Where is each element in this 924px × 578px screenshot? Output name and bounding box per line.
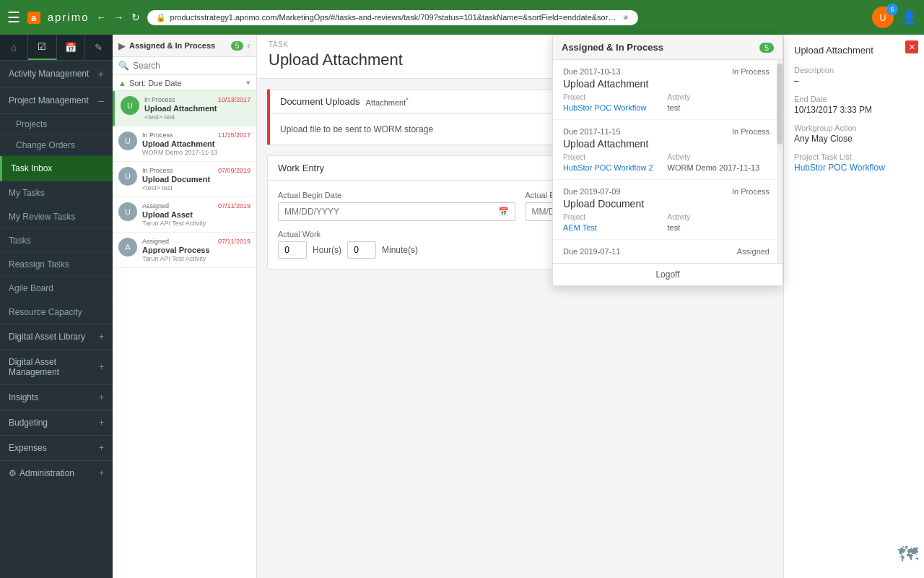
field-label: Description — [794, 66, 914, 74]
sidebar-item-tasks[interactable]: Tasks — [0, 229, 113, 253]
field-value: 10/13/2017 3:33 PM — [794, 105, 914, 115]
search-input[interactable] — [133, 61, 250, 71]
url-bar[interactable]: 🔒 productsstrategy1.aprimo.com/Marketing… — [147, 10, 638, 25]
sidebar-item-reassign-tasks[interactable]: Reassign Tasks — [0, 253, 113, 277]
calendar-icon[interactable]: 📅 — [498, 207, 509, 217]
task-item[interactable]: U In Process 07/09/2019 Upload Document … — [113, 162, 256, 197]
dropdown-badge: 5 — [759, 43, 774, 53]
gear-icon: ⚙ — [9, 468, 17, 478]
sidebar-sub-projects[interactable]: Projects — [0, 114, 113, 135]
star-icon[interactable]: ★ — [622, 13, 629, 22]
task-item[interactable]: A Assigned 07/11/2019 Approval Process T… — [113, 233, 256, 268]
chevron-right-icon[interactable]: ▶ — [118, 40, 126, 51]
plus-icon-activity: + — [98, 68, 104, 79]
sidebar-item-digital-asset-library[interactable]: Digital Asset Library + — [0, 324, 113, 350]
sidebar-nav-home[interactable]: ⌂ — [0, 35, 28, 60]
dropdown-overlay: Assigned & In Process 5 Due 2017-10-13 I… — [552, 35, 783, 286]
sidebar-nav-calendar[interactable]: 📅 — [57, 35, 85, 60]
dropdown-item[interactable]: Due 2017-10-13 In Process Upload Attachm… — [553, 60, 783, 120]
task-status: In Process — [144, 96, 175, 103]
field-link[interactable]: HubStor POC Workflow — [794, 163, 914, 173]
hours-input[interactable] — [278, 241, 307, 259]
sidebar-item-activity-management[interactable]: Activity Management + — [0, 61, 113, 87]
sidebar-item-resource-capacity[interactable]: Resource Capacity — [0, 301, 113, 324]
dropdown-due: Due 2017-10-13 — [563, 67, 621, 76]
task-sub: Tarun API Test Activity — [142, 220, 250, 227]
task-status: In Process — [142, 167, 173, 174]
sidebar-item-insights[interactable]: Insights + — [0, 385, 113, 410]
dropdown-item-name: Upload Attachment — [563, 78, 770, 90]
sidebar-item-digital-asset-management[interactable]: Digital Asset Management + — [0, 350, 113, 385]
dropdown-item[interactable]: Due 2017-11-15 In Process Upload Attachm… — [553, 120, 783, 180]
sidebar-item-task-inbox[interactable]: Task Inbox — [0, 156, 113, 181]
dropdown-header: Assigned & In Process 5 — [553, 35, 783, 60]
field-label: End Date — [794, 95, 914, 103]
close-button[interactable]: ✕ — [905, 40, 918, 53]
sidebar-nav-tasks[interactable]: ☑ — [28, 35, 56, 60]
sidebar-item-my-tasks[interactable]: My Tasks — [0, 181, 113, 205]
sidebar-item-expenses[interactable]: Expenses + — [0, 436, 113, 461]
minus-icon-project: – — [98, 95, 104, 106]
topbar: ☰ a aprimo ← → ↻ 🔒 productsstrategy1.apr… — [0, 0, 924, 35]
task-list-items: U In Process 10/13/2017 Upload Attachmen… — [113, 91, 256, 578]
dropdown-due: Due 2017-11-15 — [563, 127, 621, 136]
minutes-input[interactable] — [347, 241, 376, 259]
sidebar: ⌂ ☑ 📅 ✎ Activity Management + Project Ma… — [0, 35, 113, 578]
dropdown-due: Due 2019-07-11 — [563, 247, 621, 256]
sidebar-item-project-management[interactable]: Project Management – — [0, 87, 113, 114]
project-value-0[interactable]: HubStor POC Workflow — [563, 103, 666, 112]
dropdown-status: In Process — [732, 187, 770, 196]
browser-reload[interactable]: ↻ — [131, 12, 140, 23]
menu-icon[interactable]: ☰ — [7, 9, 20, 26]
task-list-sort[interactable]: ▲ Sort: Due Date ▾ — [113, 75, 256, 91]
hours-label: Hour(s) — [313, 245, 341, 255]
sidebar-nav-edit[interactable]: ✎ — [85, 35, 113, 60]
dropdown-footer[interactable]: Logoff — [553, 263, 783, 285]
field-label: Project Task List — [794, 152, 914, 161]
sort-label: Sort: Due Date — [129, 79, 182, 87]
sidebar-sub-change-orders[interactable]: Change Orders — [0, 135, 113, 156]
doc-uploads-title: Document Uploads — [280, 96, 360, 107]
task-date: 07/09/2019 — [218, 167, 250, 174]
browser-forward[interactable]: → — [114, 12, 124, 23]
task-list-title: Assigned & In Process — [129, 41, 227, 50]
field-value: Any May Close — [794, 134, 914, 144]
topbar-user-icon[interactable]: 👤 — [901, 9, 917, 25]
sidebar-item-agile-board[interactable]: Agile Board — [0, 277, 113, 301]
search-icon: 🔍 — [118, 61, 129, 71]
actual-begin-input[interactable] — [284, 207, 498, 217]
task-item[interactable]: U Assigned 07/11/2019 Upload Asset Tarun… — [113, 197, 256, 233]
sidebar-item-administration[interactable]: ⚙ Administration + — [0, 461, 113, 486]
right-panel: ✕ Upload Attachment Description – End Da… — [783, 35, 924, 578]
topbar-avatar[interactable]: U 6 — [872, 7, 894, 28]
task-sub: Tarun API Test Activity — [142, 255, 250, 262]
logo-icon: a — [27, 12, 40, 24]
task-item[interactable]: U In Process 11/15/2017 Upload Attachmen… — [113, 126, 256, 162]
task-item[interactable]: U In Process 10/13/2017 Upload Attachmen… — [113, 91, 256, 126]
right-field-description: Description – — [794, 66, 914, 86]
url-text: productsstrategy1.aprimo.com/MarketingOp… — [170, 13, 618, 22]
sidebar-label-activity-management: Activity Management — [9, 69, 89, 79]
activity-value-2: test — [668, 223, 770, 232]
project-value-2[interactable]: AEM Test — [563, 223, 666, 232]
task-name: Approval Process — [142, 246, 250, 254]
dropdown-item[interactable]: Due 2019-07-11 Assigned — [553, 240, 783, 263]
project-value-1[interactable]: HubStor POC Workflow 2 — [563, 163, 666, 172]
sidebar-item-my-review-tasks[interactable]: My Review Tasks — [0, 205, 113, 229]
right-field-workgroup-action: Workgroup Action Any May Close — [794, 124, 914, 144]
field-value: – — [794, 76, 914, 86]
avatar: U — [118, 202, 137, 221]
right-field-end-date: End Date 10/13/2017 3:33 PM — [794, 95, 914, 115]
dropdown-item-name: Upload Attachment — [563, 138, 770, 150]
right-field-project-task-list: Project Task List HubStor POC Workflow — [794, 152, 914, 173]
task-date: 07/11/2019 — [218, 238, 250, 245]
collapse-icon[interactable]: ‹ — [247, 40, 250, 51]
activity-value-1: WORM Demo 2017-11-13 — [668, 163, 770, 172]
task-sub: WORM Demo 2017-11-13 — [142, 149, 250, 156]
sidebar-item-budgeting[interactable]: Budgeting + — [0, 410, 113, 436]
project-label-0: Project — [563, 93, 666, 101]
avatar: U — [121, 96, 139, 115]
activity-label-1: Activity — [668, 153, 770, 161]
browser-back[interactable]: ← — [97, 12, 107, 23]
dropdown-item[interactable]: Due 2019-07-09 In Process Upload Documen… — [553, 180, 783, 240]
